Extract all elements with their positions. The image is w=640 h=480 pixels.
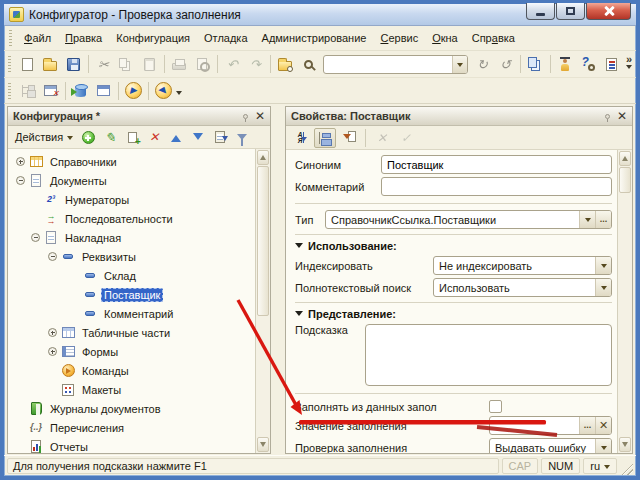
maximize-button[interactable] xyxy=(556,3,585,20)
fill-check-dropdown-button[interactable] xyxy=(595,439,611,453)
section-presentation[interactable]: Представление: xyxy=(295,302,612,322)
comment-input[interactable] xyxy=(382,178,611,195)
tree-item-commands[interactable]: Команды xyxy=(8,361,255,380)
delete-button[interactable]: ✕ xyxy=(144,128,164,147)
sort-list-button[interactable] xyxy=(210,128,230,147)
scroll-up-button[interactable] xyxy=(257,150,269,165)
edit-button[interactable]: ✎ xyxy=(100,128,120,147)
fulltext-combobox[interactable]: Использовать xyxy=(433,278,612,297)
synonym-input[interactable] xyxy=(382,156,611,173)
move-up-button[interactable] xyxy=(166,128,186,147)
compare-windows-button[interactable] xyxy=(524,53,547,75)
filter-button[interactable] xyxy=(232,128,252,147)
actions-menu-button[interactable]: Действия xyxy=(12,131,76,143)
help-search-button[interactable]: ? xyxy=(577,53,600,75)
tooltip-textarea[interactable] xyxy=(365,324,612,386)
search-dropdown-button[interactable] xyxy=(452,56,467,73)
scrollbar-thumb[interactable] xyxy=(619,167,631,193)
type-more-button[interactable]: ... xyxy=(595,211,611,228)
tree-item-attributes[interactable]: Реквизиты xyxy=(8,247,255,266)
fulltext-dropdown-button[interactable] xyxy=(595,279,611,296)
fill-value-more-button[interactable]: ... xyxy=(579,417,595,434)
section-usage[interactable]: Использование: xyxy=(295,234,612,254)
tree-item-postavshchik-selected[interactable]: Поставщик xyxy=(8,285,255,304)
properties-scrollbar[interactable] xyxy=(617,150,632,453)
start-client-button[interactable]: ▶ xyxy=(152,80,175,102)
indexing-combobox[interactable]: Не индексировать xyxy=(433,256,612,275)
tree-item-sequences[interactable]: →→Последовательности xyxy=(8,209,255,228)
fill-value-field[interactable]: ... ✕ xyxy=(489,416,612,435)
open-window-button[interactable] xyxy=(92,80,115,102)
titlebar[interactable]: Конфигуратор - Проверка заполнения xyxy=(4,4,636,26)
copy-add-button[interactable] xyxy=(122,128,142,147)
tree-item-forms[interactable]: Формы xyxy=(8,342,255,361)
search-input[interactable] xyxy=(324,58,452,70)
tree-item-numerators[interactable]: 2³Нумераторы xyxy=(8,190,255,209)
menu-item-administration[interactable]: Администрирование xyxy=(255,28,374,48)
expand-icon[interactable] xyxy=(16,157,25,166)
show-important-only-button[interactable] xyxy=(338,128,360,148)
toolbar-grip[interactable] xyxy=(8,56,11,72)
collapse-icon[interactable] xyxy=(48,252,57,261)
tree-item-documents[interactable]: Документы xyxy=(8,171,255,190)
scrollbar-track[interactable] xyxy=(618,193,632,436)
properties-panel-header[interactable]: Свойства: Поставщик ✕ xyxy=(286,107,632,126)
tree-item-tabular-sections[interactable]: Табличные части xyxy=(8,323,255,342)
wizard-button[interactable] xyxy=(554,53,577,75)
fill-value-clear-button[interactable]: ✕ xyxy=(595,417,611,434)
chevron-down-icon[interactable] xyxy=(176,91,182,98)
syntax-helper-button[interactable] xyxy=(600,53,623,75)
language-indicator[interactable]: ru xyxy=(583,458,617,474)
menu-item-file[interactable]: Файл xyxy=(17,28,58,48)
minimize-button[interactable] xyxy=(526,3,555,20)
resize-grip[interactable] xyxy=(620,462,633,475)
update-db-configuration-button[interactable] xyxy=(69,80,92,102)
menu-item-help[interactable]: Справка xyxy=(465,28,522,48)
open-button[interactable] xyxy=(39,53,62,75)
scrollbar-track[interactable] xyxy=(256,316,270,436)
scroll-down-button[interactable] xyxy=(257,437,269,452)
start-debugging-button[interactable]: ▶ xyxy=(122,80,145,102)
scroll-down-button[interactable] xyxy=(619,437,631,452)
comment-field[interactable] xyxy=(381,177,612,196)
sort-alphabetical-button[interactable] xyxy=(290,128,312,148)
collapse-icon[interactable] xyxy=(16,176,25,185)
expand-icon[interactable] xyxy=(48,347,57,356)
group-by-categories-button[interactable] xyxy=(314,128,336,148)
collapse-icon[interactable] xyxy=(31,233,40,242)
menu-item-edit[interactable]: Правка xyxy=(58,28,109,48)
scrollbar-thumb[interactable] xyxy=(257,166,269,316)
synonym-field[interactable] xyxy=(381,155,612,174)
tree-item-enumerations[interactable]: {..}Перечисления xyxy=(8,418,255,437)
fill-from-data-checkbox[interactable] xyxy=(489,400,502,413)
panel-close-button[interactable]: ✕ xyxy=(255,110,265,122)
toolbar-grip[interactable] xyxy=(8,83,11,99)
menu-item-debug[interactable]: Отладка xyxy=(197,28,254,48)
search-combobox[interactable] xyxy=(323,55,468,74)
tree-item-document-journals[interactable]: Журналы документов xyxy=(8,399,255,418)
scroll-up-button[interactable] xyxy=(619,151,631,166)
tree-item-nakladnaya[interactable]: Накладная xyxy=(8,228,255,247)
menu-item-windows[interactable]: Окна xyxy=(425,28,465,48)
menu-item-configuration[interactable]: Конфигурация xyxy=(109,28,197,48)
close-configuration-button[interactable] xyxy=(39,80,62,102)
tree-item-sklad[interactable]: Склад xyxy=(8,266,255,285)
tree-item-layouts[interactable]: Макеты xyxy=(8,380,255,399)
type-combobox[interactable]: СправочникСсылка.Поставщики ... xyxy=(325,210,612,229)
fill-check-combobox[interactable]: Выдавать ошибку xyxy=(489,438,612,453)
save-button[interactable] xyxy=(62,53,85,75)
menu-item-service[interactable]: Сервис xyxy=(373,28,425,48)
move-down-button[interactable] xyxy=(188,128,208,147)
toolbar-overflow-button[interactable]: » xyxy=(626,56,632,72)
tree-item-catalogs[interactable]: Справочники xyxy=(8,152,255,171)
new-document-button[interactable] xyxy=(16,53,39,75)
panel-close-button[interactable]: ✕ xyxy=(617,110,627,122)
add-button[interactable] xyxy=(78,128,98,147)
tree-item-kommentariy[interactable]: Комментарий xyxy=(8,304,255,323)
pin-icon[interactable] xyxy=(605,114,610,119)
pin-icon[interactable] xyxy=(243,114,248,119)
configuration-panel-header[interactable]: Конфигурация * ✕ xyxy=(8,107,270,126)
tree-item-reports[interactable]: Отчеты xyxy=(8,437,255,453)
panel-splitter[interactable] xyxy=(271,106,285,454)
find-in-files-button[interactable] xyxy=(274,53,297,75)
